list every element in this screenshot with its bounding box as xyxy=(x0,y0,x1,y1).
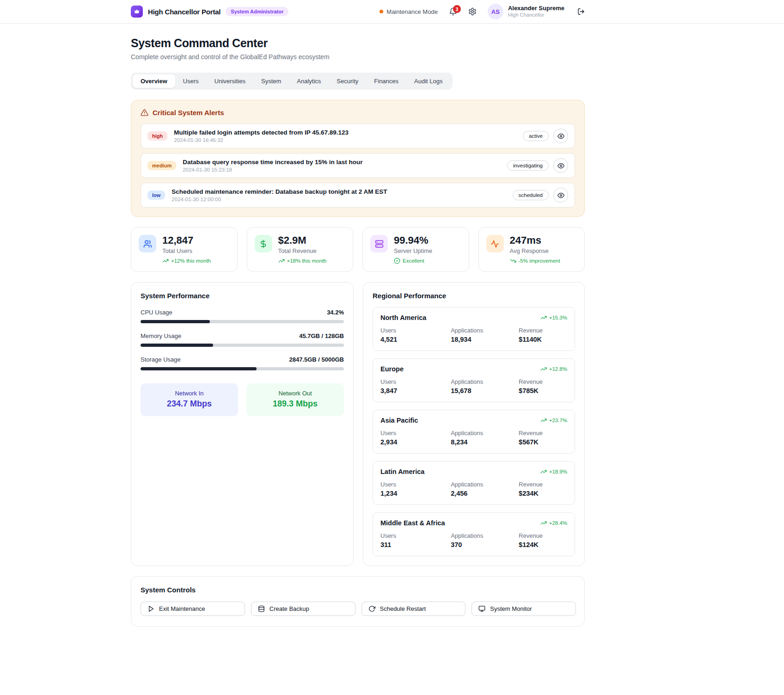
trending-up-icon xyxy=(278,258,285,264)
stat-trend-text: Excellent xyxy=(403,258,424,264)
stat-value: 99.94% xyxy=(394,235,432,246)
tab-security[interactable]: Security xyxy=(329,74,366,88)
dollar-icon xyxy=(255,235,272,252)
region-applications-value: 370 xyxy=(451,541,519,548)
users-column-label: Users xyxy=(380,481,451,488)
region-revenue-value: $785K xyxy=(519,387,567,394)
progress-bar xyxy=(141,367,344,370)
notifications-button[interactable]: 3 xyxy=(449,7,457,16)
stat-value: 12,847 xyxy=(162,235,211,246)
page-title: System Command Center xyxy=(131,24,585,50)
trending-up-icon xyxy=(540,366,547,372)
logout-button[interactable] xyxy=(577,8,585,15)
tab-system[interactable]: System xyxy=(253,74,289,88)
page-subtitle: Complete oversight and control of the Gl… xyxy=(131,53,585,61)
region-revenue-value: $124K xyxy=(519,541,567,548)
tab-users[interactable]: Users xyxy=(175,74,207,88)
panel-title: System Controls xyxy=(141,586,576,594)
tab-audit-logs[interactable]: Audit Logs xyxy=(406,74,450,88)
check-circle-icon xyxy=(394,258,400,264)
trending-down-icon xyxy=(510,258,516,264)
region-users-value: 3,847 xyxy=(380,387,451,394)
users-column-label: Users xyxy=(380,430,451,437)
region-card-europe: Europe +12.8% Users3,847 Applications15,… xyxy=(373,358,575,402)
exit-maintenance-button[interactable]: Exit Maintenance xyxy=(141,602,245,616)
region-card-north-america: North America +15.3% Users4,521 Applicat… xyxy=(373,307,575,351)
region-name: North America xyxy=(380,314,426,321)
region-growth-text: +12.8% xyxy=(549,366,567,372)
region-growth-text: +28.4% xyxy=(549,520,567,526)
users-icon xyxy=(139,235,156,252)
users-column-label: Users xyxy=(380,327,451,334)
schedule-restart-button[interactable]: Schedule Restart xyxy=(361,602,466,616)
revenue-column-label: Revenue xyxy=(519,532,567,539)
region-card-latin-america: Latin America +18.9% Users1,234 Applicat… xyxy=(373,461,575,505)
revenue-column-label: Revenue xyxy=(519,430,567,437)
stat-card-server-uptime: 99.94% Server Uptime Excellent xyxy=(362,227,469,272)
revenue-column-label: Revenue xyxy=(519,378,567,385)
trending-up-icon xyxy=(540,468,547,475)
stat-cards: 12,847 Total Users +12% this month $2.9M… xyxy=(131,227,585,272)
alert-timestamp: 2024-01-30 15:23:18 xyxy=(183,167,362,172)
region-growth-text: +15.3% xyxy=(549,315,567,320)
control-button-label: Schedule Restart xyxy=(380,605,426,612)
applications-column-label: Applications xyxy=(451,481,519,488)
stat-label: Total Revenue xyxy=(278,247,327,254)
users-column-label: Users xyxy=(380,378,451,385)
critical-alerts-panel: Critical System Alerts high Multiple fai… xyxy=(131,100,585,217)
tab-bar: Overview Users Universities System Analy… xyxy=(131,73,453,90)
revenue-column-label: Revenue xyxy=(519,327,567,334)
trending-up-icon xyxy=(540,314,547,321)
region-applications-value: 18,934 xyxy=(451,336,519,343)
region-name: Middle East & Africa xyxy=(380,519,445,527)
applications-column-label: Applications xyxy=(451,430,519,437)
stat-card-total-revenue: $2.9M Total Revenue +18% this month xyxy=(247,227,354,272)
users-column-label: Users xyxy=(380,532,451,539)
region-revenue-value: $234K xyxy=(519,490,567,497)
user-menu[interactable]: AS Alexander Supreme High Chancellor xyxy=(488,4,564,19)
app-title: High Chancellor Portal xyxy=(148,8,220,16)
region-users-value: 4,521 xyxy=(380,336,451,343)
top-bar: High Chancellor Portal System Administra… xyxy=(0,0,784,24)
severity-badge: low xyxy=(147,191,165,200)
tab-overview[interactable]: Overview xyxy=(133,74,175,88)
meter-label: Memory Usage xyxy=(141,332,181,339)
region-revenue-value: $567K xyxy=(519,438,567,446)
warning-triangle-icon xyxy=(141,109,148,117)
system-monitor-button[interactable]: System Monitor xyxy=(472,602,576,616)
meter-label: Storage Usage xyxy=(141,356,181,363)
settings-button[interactable] xyxy=(468,7,477,16)
alert-timestamp: 2024-01-30 16:45:32 xyxy=(174,137,349,143)
region-growth-text: +23.7% xyxy=(549,418,567,423)
trending-up-icon xyxy=(162,258,169,264)
tab-universities[interactable]: Universities xyxy=(207,74,253,88)
activity-icon xyxy=(486,235,504,252)
create-backup-button[interactable]: Create Backup xyxy=(251,602,355,616)
eye-icon xyxy=(557,162,564,169)
logout-icon xyxy=(577,8,585,15)
database-icon xyxy=(258,605,265,612)
stat-trend-text: +18% this month xyxy=(287,258,327,264)
region-revenue-value: $1140K xyxy=(519,336,567,343)
severity-badge: medium xyxy=(147,161,176,170)
alert-message: Database query response time increased b… xyxy=(183,159,362,166)
stat-trend-text: -5% improvement xyxy=(519,258,560,264)
trending-up-icon xyxy=(540,520,547,526)
alerts-heading: Critical System Alerts xyxy=(153,109,224,117)
network-in-label: Network In xyxy=(146,390,233,397)
region-name: Latin America xyxy=(380,468,424,475)
view-alert-button[interactable] xyxy=(553,129,568,143)
view-alert-button[interactable] xyxy=(553,158,568,173)
view-alert-button[interactable] xyxy=(553,188,568,203)
trending-up-icon xyxy=(540,417,547,424)
eye-icon xyxy=(557,192,564,199)
monitor-icon xyxy=(478,605,485,612)
meter-value: 34.2% xyxy=(327,309,344,316)
tab-analytics[interactable]: Analytics xyxy=(289,74,329,88)
alert-message: Multiple failed login attempts detected … xyxy=(174,129,349,136)
eye-icon xyxy=(557,133,564,140)
region-applications-value: 15,678 xyxy=(451,387,519,394)
regional-performance-panel: Regional Performance North America +15.3… xyxy=(363,282,585,566)
system-controls-panel: System Controls Exit Maintenance Create … xyxy=(131,576,585,627)
tab-finances[interactable]: Finances xyxy=(366,74,406,88)
